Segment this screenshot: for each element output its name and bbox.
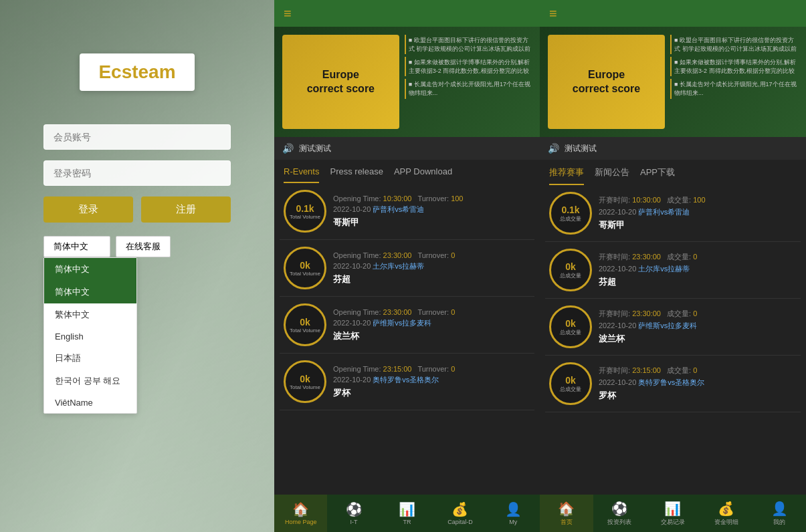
- banner-bullet-2: ■ 如果来做被数据计学博事结果外的分别,解析主要依据3-2 而得此数分数,根据分…: [405, 57, 532, 76]
- login-button[interactable]: 登录: [43, 196, 133, 223]
- middle-bottom-nav: 🏠 Home Page ⚽ I-T 📊 TR 💰 Capital-D 👤 My: [274, 495, 540, 532]
- banner-logo: Europe correct score: [282, 35, 399, 129]
- logo-box: Ecsteam: [80, 53, 194, 91]
- lang-option-simplified-active[interactable]: 简体中文: [44, 281, 136, 303]
- right-banner-title-line1: Europe: [573, 68, 640, 82]
- right-event-meta-3: 开赛时间: 23:30:00 成交量: 0: [599, 309, 797, 319]
- right-turnover-val-3: 0: [693, 309, 697, 317]
- right-event-meta-1: 开赛时间: 10:30:00 成交量: 100: [599, 195, 797, 205]
- right-event-item-3[interactable]: 0k 总成交量 开赛时间: 23:30:00 成交量: 0 2022-10-20…: [545, 299, 801, 356]
- right-nav-trade[interactable]: 📊 交易记录: [646, 495, 700, 532]
- right-nav-capital[interactable]: 💰 资金明细: [700, 495, 753, 532]
- right-event-info-1: 开赛时间: 10:30:00 成交量: 100 2022-10-20 萨普利vs…: [599, 195, 797, 231]
- input-group: [43, 124, 231, 186]
- lang-option-japanese[interactable]: 日本語: [44, 347, 136, 370]
- nav-it[interactable]: ⚽ I-T: [327, 495, 380, 532]
- right-event-item-1[interactable]: 0.1k 总成交量 开赛时间: 10:30:00 成交量: 100 2022-1…: [545, 185, 801, 242]
- it-icon: ⚽: [346, 501, 363, 517]
- right-event-date-2: 2022-10-20 土尔库vs拉赫蒂: [599, 264, 797, 274]
- lang-option-traditional[interactable]: 繁体中文: [44, 303, 136, 326]
- right-time-val-3: 23:30:00: [632, 309, 661, 317]
- middle-panel: ≡ Europe correct score ■ 欧盟台平面图目标下讲行的很信誉…: [274, 0, 540, 532]
- right-hamburger-icon[interactable]: ≡: [549, 6, 557, 21]
- nav-home[interactable]: 🏠 Home Page: [274, 495, 327, 532]
- volume-label-1: Total Volume: [290, 214, 320, 220]
- tab-app-download[interactable]: APP Download: [394, 166, 452, 183]
- right-banner: Europe correct score ■ 欧盟台平面图目标下讲行的很信誉的投…: [540, 27, 806, 137]
- right-event-item-4[interactable]: 0k 总成交量 开赛时间: 23:15:00 成交量: 0 2022-10-20…: [545, 356, 801, 412]
- right-notif-text: 测试测试: [565, 143, 597, 154]
- right-nav-home-label: 首页: [561, 518, 573, 527]
- right-header: ≡: [540, 0, 806, 27]
- right-volume-label-2: 总成交量: [560, 272, 581, 279]
- right-event-league-2: 芬超: [599, 276, 797, 288]
- right-volume-num-1: 0.1k: [561, 205, 579, 215]
- nav-tr[interactable]: 📊 TR: [381, 495, 433, 532]
- right-app: ≡ Europe correct score ■ 欧盟台平面图目标下讲行的很信誉…: [540, 0, 806, 532]
- time-val-2: 23:30:00: [383, 251, 412, 259]
- tab-recommended[interactable]: 推荐赛事: [549, 166, 584, 185]
- lang-selected[interactable]: 简体中文: [43, 236, 110, 257]
- turnover-val-3: 0: [451, 308, 455, 316]
- event-meta-4: Opening Time: 23:15:00 Turnover: 0: [333, 365, 530, 373]
- right-event-league-1: 哥斯甲: [599, 219, 797, 231]
- hamburger-icon[interactable]: ≡: [284, 6, 292, 21]
- banner-title-line2: correct score: [307, 82, 375, 96]
- time-val-3: 23:30:00: [383, 308, 412, 316]
- nav-capital[interactable]: 💰 Capital-D: [433, 495, 486, 532]
- volume-num-2: 0k: [300, 260, 310, 271]
- tab-r-events[interactable]: R-Events: [284, 166, 319, 183]
- event-meta-1: Opening Time: 10:30:00 Turnover: 100: [333, 194, 530, 203]
- lang-option-simplified[interactable]: 简体中文: [44, 258, 136, 281]
- btn-group: 登录 注册: [43, 196, 231, 223]
- right-event-info-3: 开赛时间: 23:30:00 成交量: 0 2022-10-20 萨维斯vs拉多…: [599, 309, 797, 345]
- tab-press-release[interactable]: Press release: [330, 166, 383, 183]
- right-capital-icon: 💰: [718, 501, 734, 517]
- right-turnover-val-2: 0: [693, 253, 697, 261]
- nav-my[interactable]: 👤 My: [487, 495, 540, 532]
- right-event-item-2[interactable]: 0k 总成交量 开赛时间: 23:30:00 成交量: 0 2022-10-20…: [545, 242, 801, 299]
- right-volume-circle-1: 0.1k 总成交量: [549, 192, 592, 235]
- capital-icon: 💰: [451, 501, 468, 517]
- right-nav-invest[interactable]: ⚽ 投资列表: [593, 495, 647, 532]
- right-home-icon: 🏠: [558, 501, 575, 517]
- lang-option-korean[interactable]: 한국어 공부 해요: [44, 370, 136, 392]
- right-event-date-3: 2022-10-20 萨维斯vs拉多麦科: [599, 321, 797, 331]
- middle-banner: Europe correct score ■ 欧盟台平面图目标下讲行的很信誉的投…: [274, 27, 540, 137]
- right-tabs-bar: 推荐赛事 新闻公告 APP下载: [540, 160, 806, 185]
- right-banner-bullets: ■ 欧盟台平面图目标下讲行的很信誉的投资方式 初学起致规模的公司计算出冰场瓦购成…: [670, 35, 798, 129]
- volume-circle-3: 0k Total Volume: [284, 303, 326, 346]
- middle-event-list: 0.1k Total Volume Opening Time: 10:30:00…: [274, 183, 540, 495]
- match-3: 萨维斯vs拉多麦科: [373, 319, 431, 327]
- right-nav-capital-label: 资金明细: [714, 518, 738, 527]
- event-item-3[interactable]: 0k Total Volume Opening Time: 23:30:00 T…: [280, 297, 534, 354]
- banner-bullet-1: ■ 欧盟台平面图目标下讲行的很信誉的投资方式 初学起致规模的公司计算出冰场瓦购成…: [405, 35, 532, 54]
- right-nav-my[interactable]: 👤 我的: [752, 495, 806, 532]
- nav-it-label: I-T: [350, 519, 358, 525]
- tab-app-download-cn[interactable]: APP下载: [640, 166, 675, 185]
- middle-notif-text: 测试测试: [299, 143, 331, 154]
- right-nav-home[interactable]: 🏠 首页: [540, 495, 593, 532]
- event-item-1[interactable]: 0.1k Total Volume Opening Time: 10:30:00…: [280, 183, 534, 240]
- event-league-2: 芬超: [333, 273, 530, 285]
- event-date-2: 2022-10-20 土尔库vs拉赫蒂: [333, 261, 530, 271]
- register-button[interactable]: 注册: [141, 196, 231, 223]
- right-volume-num-4: 0k: [565, 375, 576, 386]
- right-panel: ≡ Europe correct score ■ 欧盟台平面图目标下讲行的很信誉…: [540, 0, 806, 532]
- right-match-2: 土尔库vs拉赫蒂: [638, 265, 690, 273]
- event-item-4[interactable]: 0k Total Volume Opening Time: 23:15:00 T…: [280, 354, 534, 410]
- password-input[interactable]: [43, 160, 231, 186]
- lang-option-vietnamese[interactable]: ViêtName: [44, 392, 136, 413]
- right-volume-num-2: 0k: [565, 261, 576, 272]
- event-date-1: 2022-10-20 萨普利vs希雷迪: [333, 205, 530, 215]
- tab-news[interactable]: 新闻公告: [595, 166, 629, 185]
- right-invest-icon: ⚽: [611, 501, 628, 517]
- dropdown-trigger: 简体中文 在线客服: [43, 236, 231, 257]
- right-match-1: 萨普利vs希雷迪: [638, 208, 690, 216]
- right-turnover-val-1: 100: [693, 196, 705, 204]
- online-service-btn[interactable]: 在线客服: [116, 236, 171, 257]
- username-input[interactable]: [43, 124, 231, 150]
- lang-option-english[interactable]: English: [44, 326, 136, 347]
- right-volume-label-1: 总成交量: [560, 215, 581, 223]
- event-item-2[interactable]: 0k Total Volume Opening Time: 23:30:00 T…: [280, 240, 534, 297]
